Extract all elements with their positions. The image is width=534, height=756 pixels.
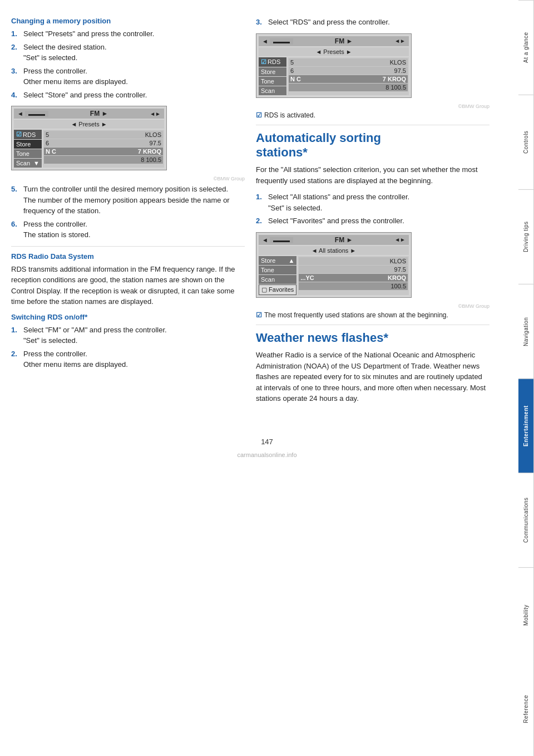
step-right-3: 3. Select "RDS" and press the controller… xyxy=(256,17,490,28)
left-column: Changing a memory position 1. Select "Pr… xyxy=(11,17,245,410)
steps-auto-sort: 1. Select "All stations" and press the c… xyxy=(256,192,490,227)
step-rds-1: 1. Select "FM" or "AM" and press the con… xyxy=(11,325,245,346)
right-column: 3. Select "RDS" and press the controller… xyxy=(256,17,490,410)
steps-list-1: 1. Select "Presets" and press the contro… xyxy=(11,28,245,100)
rds-activated-note: ☑ RDS is activated. xyxy=(256,111,490,119)
sidebar-tab-communications[interactable]: Communications xyxy=(518,473,534,567)
sidebar-tab-driving-tips[interactable]: Driving tips xyxy=(518,189,534,284)
step-5: 5. Turn the controller until the desired… xyxy=(11,184,245,217)
radio-menu-area-3: Store▲ Tone Scan ▢ Favorites KLOS 97.5 .… xyxy=(259,256,409,295)
radio-top-bar-2: ◄ ▬▬▬ FM ► ◄► xyxy=(259,36,409,46)
divider-3 xyxy=(256,325,490,325)
step-6: 6. Press the controller.The station is s… xyxy=(11,219,245,240)
radio-top-bar-3: ◄ ▬▬▬ FM ► ◄► xyxy=(259,235,409,245)
steps-list-2: 5. Turn the controller until the desired… xyxy=(11,184,245,240)
sidebar-tabs: At a glance Controls Driving tips Naviga… xyxy=(518,0,534,756)
step-auto-1: 1. Select "All stations" and press the c… xyxy=(256,192,490,213)
watermark-2: ©BMW Group xyxy=(256,104,490,109)
weather-body: Weather Radio is a service of the Nation… xyxy=(256,350,490,404)
radio-screen-1: ◄ ▬▬▬ FM ► ◄► ◄ Presets ► ☑ RDS Store To… xyxy=(11,106,167,170)
step-3: 3. Press the controller.Other menu items… xyxy=(11,66,245,87)
bottom-watermark: carmanualsonline.info xyxy=(0,446,534,464)
auto-sorting-body: For the "All stations" selection criteri… xyxy=(256,164,490,186)
steps-list-right-1: 3. Select "RDS" and press the controller… xyxy=(256,17,490,28)
main-content: Changing a memory position 1. Select "Pr… xyxy=(0,0,518,426)
sidebar-tab-mobility[interactable]: Mobility xyxy=(518,567,534,662)
section-heading-changing-memory: Changing a memory position xyxy=(11,17,245,25)
auto-sort-note: ☑ The most frequently used stations are … xyxy=(256,311,490,319)
step-rds-2: 2. Press the controller.Other menu items… xyxy=(11,348,245,370)
sidebar-tab-navigation[interactable]: Navigation xyxy=(518,284,534,379)
sidebar-tab-controls[interactable]: Controls xyxy=(518,95,534,189)
section-heading-auto-sorting: Automatically sortingstations* xyxy=(256,131,490,160)
section-heading-rds: RDS Radio Data System xyxy=(11,252,245,261)
sidebar-tab-at-a-glance[interactable]: At a glance xyxy=(518,0,534,95)
step-4: 4. Select "Store" and press the controll… xyxy=(11,90,245,101)
radio-menu-area-1: ☑ RDS Store Tone Scan▼ 5KLOS 697.5 N C7 … xyxy=(14,130,164,168)
sidebar-tab-reference[interactable]: Reference xyxy=(518,662,534,756)
divider-2 xyxy=(256,125,490,125)
step-1: 1. Select "Presets" and press the contro… xyxy=(11,28,245,40)
radio-screen-2: ◄ ▬▬▬ FM ► ◄► ◄ Presets ► ☑ RDS Store To… xyxy=(256,33,412,98)
radio-screen-3: ◄ ▬▬▬ FM ► ◄► ◄ All stations ► Store▲ To… xyxy=(256,232,412,298)
checkmark-icon-1: ☑ xyxy=(256,111,262,119)
checkmark-icon-2: ☑ xyxy=(256,311,262,319)
divider-1 xyxy=(11,246,245,247)
watermark-1: ©BMW Group xyxy=(11,176,245,181)
steps-list-3: 1. Select "FM" or "AM" and press the con… xyxy=(11,325,245,370)
page-number: 147 xyxy=(0,438,534,446)
rds-body-text: RDS transmits additional information in … xyxy=(11,264,245,307)
radio-menu-area-2: ☑ RDS Store Tone Scan 5KLOS 697.5 N C7 K… xyxy=(259,57,409,95)
radio-top-bar-1: ◄ ▬▬▬ FM ► ◄► xyxy=(14,109,164,119)
section-heading-switching-rds: Switching RDS on/off* xyxy=(11,313,245,321)
sidebar-tab-entertainment[interactable]: Entertainment xyxy=(518,379,534,473)
watermark-3: ©BMW Group xyxy=(256,303,490,309)
section-heading-weather: Weather news flashes* xyxy=(256,331,490,345)
step-2: 2. Select the desired station."Set" is s… xyxy=(11,42,245,63)
step-auto-2: 2. Select "Favorites" and press the cont… xyxy=(256,215,490,227)
